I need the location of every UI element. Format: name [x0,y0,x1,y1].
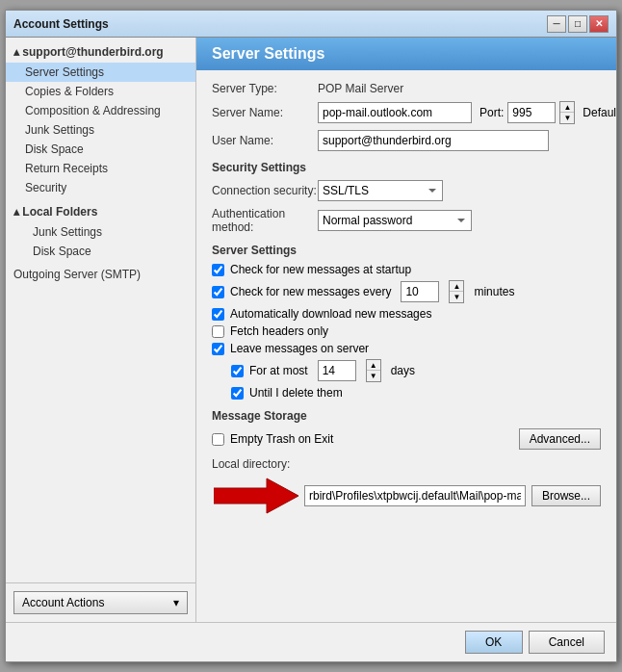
account-actions-arrow: ▾ [173,596,179,609]
sidebar-local-folders-label[interactable]: ▴ Local Folders [6,201,195,222]
maximize-button[interactable]: □ [568,15,587,33]
sidebar-item-local-disk[interactable]: Disk Space [6,242,195,261]
auth-method-select[interactable]: Normal password [318,210,472,231]
leave-messages-checkbox[interactable] [212,343,224,355]
sidebar-item-outgoing-smtp[interactable]: Outgoing Server (SMTP) [6,265,195,284]
auth-method-label: Authentication method: [212,207,318,234]
check-startup-row: Check for new messages at startup [212,263,601,276]
sidebar-item-return-receipts[interactable]: Return Receipts [6,159,195,178]
sidebar-item-junk-settings[interactable]: Junk Settings [6,120,195,140]
check-startup-label: Check for new messages at startup [230,263,411,276]
server-type-value: POP Mail Server [318,82,403,95]
panel-body: Server Type: POP Mail Server Server Name… [196,78,616,532]
auto-download-checkbox[interactable] [212,308,224,321]
fetch-headers-label: Fetch headers only [230,324,328,338]
server-name-label: Server Name: [212,106,318,119]
check-every-label: Check for new messages every [230,285,391,298]
sidebar-item-disk-space[interactable]: Disk Space [6,140,195,159]
auth-method-row: Authentication method: Normal password [212,207,601,234]
account-actions-button[interactable]: Account Actions ▾ [13,591,188,614]
server-settings-title: Server Settings [212,244,601,257]
server-type-row: Server Type: POP Mail Server [212,82,601,95]
until-delete-row: Until I delete them [212,386,601,400]
sidebar-item-composition[interactable]: Composition & Addressing [6,101,195,120]
port-spinner[interactable]: ▲ ▼ [559,101,575,124]
until-delete-label: Until I delete them [249,386,343,400]
check-every-row: Check for new messages every ▲ ▼ minutes [212,280,601,303]
security-settings-title: Security Settings [212,161,601,174]
for-at-most-down[interactable]: ▼ [367,371,380,381]
title-bar: Account Settings ─ □ ✕ [6,11,616,38]
default-label: Default: [583,106,616,119]
check-startup-checkbox[interactable] [212,264,224,276]
sidebar-item-local-junk[interactable]: Junk Settings [6,222,195,242]
connection-security-label: Connection security: [212,184,318,197]
browse-button[interactable]: Browse... [531,485,601,506]
empty-trash-checkbox[interactable] [212,433,224,446]
close-button[interactable]: ✕ [589,15,609,33]
empty-trash-checkbox-row: Empty Trash on Exit [212,432,333,446]
for-at-most-unit: days [391,364,415,377]
advanced-button[interactable]: Advanced... [519,428,601,450]
bottom-bar: OK Cancel [6,622,616,661]
for-at-most-spinner[interactable]: ▲ ▼ [366,359,381,382]
for-at-most-row: For at most ▲ ▼ days [212,359,601,382]
sidebar: ▴ support@thunderbird.org Server Setting… [6,38,196,622]
sidebar-scroll: ▴ support@thunderbird.org Server Setting… [6,38,195,582]
red-arrow-container [212,475,298,517]
leave-messages-row: Leave messages on server [212,342,601,355]
local-dir-label: Local directory: [212,457,318,471]
check-every-unit: minutes [474,285,514,298]
minimize-button[interactable]: ─ [547,15,566,33]
red-arrow-icon [214,475,298,517]
sidebar-item-security[interactable]: Security [6,178,195,197]
auto-download-row: Automatically download new messages [212,307,601,321]
empty-trash-row: Empty Trash on Exit Advanced... [212,428,601,450]
ok-button[interactable]: OK [465,631,523,654]
empty-trash-label: Empty Trash on Exit [230,432,333,446]
server-type-label: Server Type: [212,82,318,95]
for-at-most-checkbox[interactable] [231,365,244,377]
for-at-most-label: For at most [249,364,308,377]
main-panel: Server Settings Server Type: POP Mail Se… [196,38,616,622]
check-every-up[interactable]: ▲ [450,281,463,292]
user-name-input[interactable] [318,130,549,151]
for-at-most-up[interactable]: ▲ [367,360,380,371]
window-title: Account Settings [13,17,109,31]
content-area: ▴ support@thunderbird.org Server Setting… [6,38,616,622]
port-up-arrow[interactable]: ▲ [560,102,574,113]
sidebar-item-copies-folders[interactable]: Copies & Folders [6,82,195,101]
server-name-row: Server Name: Port: ▲ ▼ Default: 995 [212,101,601,124]
user-name-label: User Name: [212,134,318,147]
until-delete-checkbox[interactable] [231,387,244,400]
check-every-checkbox[interactable] [212,286,224,298]
local-dir-row: Browse... [212,475,601,517]
local-dir-input[interactable] [304,485,526,506]
check-every-down[interactable]: ▼ [450,292,463,302]
port-row: ▲ ▼ [507,101,575,124]
account-actions-area: Account Actions ▾ [6,582,195,622]
check-every-input[interactable] [401,281,439,302]
user-name-row: User Name: [212,130,601,151]
server-name-input[interactable] [318,102,472,123]
port-label: Port: [479,106,504,119]
title-bar-controls: ─ □ ✕ [547,15,609,33]
auto-download-label: Automatically download new messages [230,307,431,321]
account-settings-window: Account Settings ─ □ ✕ ▴ support@thunder… [5,10,617,662]
check-every-spinner[interactable]: ▲ ▼ [449,280,464,303]
port-input[interactable] [507,102,556,123]
sidebar-account-label[interactable]: ▴ support@thunderbird.org [6,41,195,63]
fetch-headers-checkbox[interactable] [212,325,224,338]
port-down-arrow[interactable]: ▼ [560,113,574,123]
panel-header: Server Settings [196,38,616,70]
leave-messages-label: Leave messages on server [230,342,369,355]
connection-security-select[interactable]: SSL/TLS [318,180,443,201]
svg-marker-0 [214,478,298,513]
local-dir-section: Local directory: Browse... [212,457,601,517]
sidebar-item-server-settings[interactable]: Server Settings [6,63,195,82]
for-at-most-input[interactable] [318,360,356,381]
connection-security-row: Connection security: SSL/TLS [212,180,601,201]
fetch-headers-row: Fetch headers only [212,324,601,338]
cancel-button[interactable]: Cancel [529,631,605,654]
account-actions-label: Account Actions [22,596,104,609]
